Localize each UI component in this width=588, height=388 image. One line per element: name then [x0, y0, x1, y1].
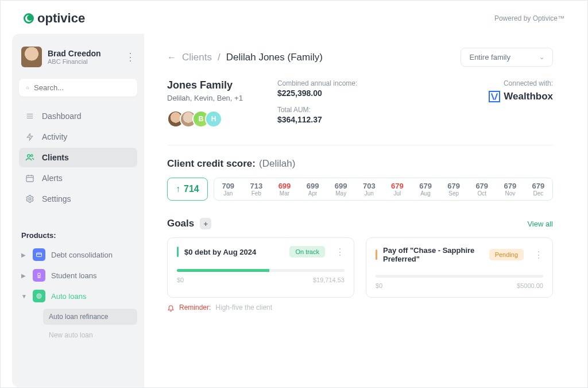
avatar-stack: B H — [167, 110, 243, 128]
credit-month-cell: 713Feb — [242, 182, 270, 197]
credit-month-label: May — [327, 190, 355, 197]
goal-progress-track — [376, 275, 543, 278]
goal-range-min: $0 — [177, 276, 184, 283]
caret-right-icon: ▶ — [21, 252, 27, 258]
goal-card[interactable]: Pay off "Chase - Sapphire Preferred"Pend… — [366, 237, 553, 298]
goals-header: Goals + View all — [167, 218, 553, 229]
caret-right-icon: ▶ — [21, 272, 27, 279]
credit-month-value: 679 — [524, 182, 552, 190]
nav-dashboard[interactable]: Dashboard — [19, 106, 137, 126]
credit-month-value: 679 — [440, 182, 468, 190]
user-profile[interactable]: Brad Creedon ABC Financial ⋮ — [19, 43, 137, 73]
credit-month-value: 699 — [327, 182, 355, 190]
goal-progress-track — [177, 269, 345, 272]
goal-range-min: $0 — [376, 282, 382, 289]
reminder-label: Reminder: — [179, 304, 211, 312]
product-sub-new-loan[interactable]: New auto loan — [43, 327, 137, 343]
nav-label: Clients — [42, 153, 69, 162]
credit-title-who: (Delilah) — [259, 158, 295, 170]
user-menu-icon[interactable]: ⋮ — [125, 51, 135, 63]
add-goal-button[interactable]: + — [200, 218, 211, 229]
credit-score-history: 709Jan713Feb699Mar699Apr699May703Jun679J… — [214, 178, 553, 201]
chevron-down-icon: ⌄ — [539, 53, 544, 61]
breadcrumb-section[interactable]: Clients — [182, 52, 212, 63]
income-label: Combined annual income: — [277, 79, 357, 87]
view-all-goals-link[interactable]: View all — [527, 220, 553, 228]
arrow-up-icon: ↑ — [176, 184, 180, 194]
family-title: Jones Family — [167, 79, 243, 91]
income-value: $225,398.00 — [277, 89, 357, 98]
member-avatar-badge[interactable]: H — [205, 110, 222, 128]
goal-menu-icon[interactable]: ⋮ — [534, 249, 543, 260]
credit-month-value: 679 — [496, 182, 524, 190]
main-content: ← Clients / Delilah Jones (Family) Entir… — [144, 34, 576, 387]
svg-point-16 — [38, 295, 40, 297]
search-icon — [26, 84, 29, 92]
svg-line-1 — [28, 89, 29, 89]
credit-month-cell: 699Mar — [270, 182, 299, 197]
award-icon — [33, 269, 45, 282]
credit-month-value: 703 — [355, 182, 383, 190]
credit-month-value: 679 — [383, 182, 411, 190]
credit-month-label: Dec — [524, 190, 552, 197]
bell-icon — [167, 304, 175, 312]
product-debt-consolidation[interactable]: ▶ Debt consolidation — [19, 244, 137, 265]
aum-value: $364,112.37 — [277, 115, 357, 124]
breadcrumb-current: Delilah Jones (Family) — [226, 52, 323, 63]
card-icon — [33, 248, 45, 261]
nav-label: Dashboard — [42, 112, 82, 121]
powered-by-text: Powered by Optivice™ — [494, 14, 564, 22]
goal-title: $0 debt by Aug 2024 — [184, 248, 284, 256]
select-value: Entire family — [469, 53, 510, 62]
connected-label: Connected with: — [489, 79, 553, 87]
nav-settings[interactable]: Settings — [19, 189, 137, 209]
credit-month-cell: 679Dec — [524, 182, 552, 197]
goal-reminder: Reminder: High-five the client — [167, 304, 553, 312]
nav-clients[interactable]: Clients — [19, 148, 137, 167]
credit-month-cell: 679Sep — [440, 182, 468, 197]
brand-text: optivice — [37, 11, 85, 26]
credit-month-label: Mar — [270, 190, 299, 197]
goal-range-max: $19,714.53 — [313, 276, 345, 283]
brand-logo: optivice — [24, 11, 85, 26]
nav-alerts[interactable]: Alerts — [19, 168, 137, 188]
product-label: Auto loans — [51, 292, 86, 301]
svg-point-14 — [38, 273, 41, 276]
family-summary: Jones Family Delilah, Kevin, Ben, +1 B H… — [167, 79, 553, 128]
product-sub-refinance[interactable]: Auto loan refinance — [43, 309, 137, 325]
product-auto-loans[interactable]: ▼ Auto loans — [19, 286, 137, 306]
family-scope-select[interactable]: Entire family ⌄ — [461, 48, 553, 67]
goal-title: Pay off "Chase - Sapphire Preferred" — [383, 246, 483, 263]
goal-cards: $0 debt by Aug 2024On track⋮$0$19,714.53… — [167, 237, 553, 298]
credit-month-value: 699 — [299, 182, 327, 190]
credit-month-value: 679 — [468, 182, 496, 190]
credit-month-cell: 699Apr — [299, 182, 327, 197]
app-window: optivice Powered by Optivice™ Brad Creed… — [0, 0, 588, 388]
nav-activity[interactable]: Activity — [19, 127, 137, 147]
nav-label: Settings — [42, 194, 71, 203]
credit-month-value: 709 — [214, 182, 242, 190]
goal-progress-fill — [177, 269, 269, 272]
caret-down-icon: ▼ — [21, 293, 27, 299]
user-name: Brad Creedon — [48, 49, 101, 58]
topbar: optivice Powered by Optivice™ — [1, 1, 587, 34]
credit-month-value: 713 — [242, 182, 270, 190]
goal-status-badge: Pending — [489, 249, 524, 260]
credit-month-label: Apr — [299, 190, 327, 197]
credit-month-label: Oct — [468, 190, 496, 197]
credit-month-cell: 709Jan — [214, 182, 242, 197]
search-box[interactable] — [19, 79, 137, 97]
goal-card[interactable]: $0 debt by Aug 2024On track⋮$0$19,714.53 — [167, 237, 354, 298]
search-input[interactable] — [34, 83, 130, 92]
goal-menu-icon[interactable]: ⋮ — [335, 247, 345, 258]
back-arrow-icon[interactable]: ← — [167, 52, 176, 63]
credit-month-cell: 703Jun — [355, 182, 383, 197]
brand-mark-icon — [24, 13, 34, 24]
goal-status-badge: On track — [289, 246, 325, 258]
credit-month-label: Aug — [411, 190, 439, 197]
menu-lines-icon — [25, 112, 35, 120]
credit-month-cell: 679Oct — [468, 182, 496, 197]
sidebar: Brad Creedon ABC Financial ⋮ Dashboard A… — [12, 34, 144, 387]
credit-score-value: 714 — [184, 184, 199, 194]
product-student-loans[interactable]: ▶ Student loans — [19, 265, 137, 286]
